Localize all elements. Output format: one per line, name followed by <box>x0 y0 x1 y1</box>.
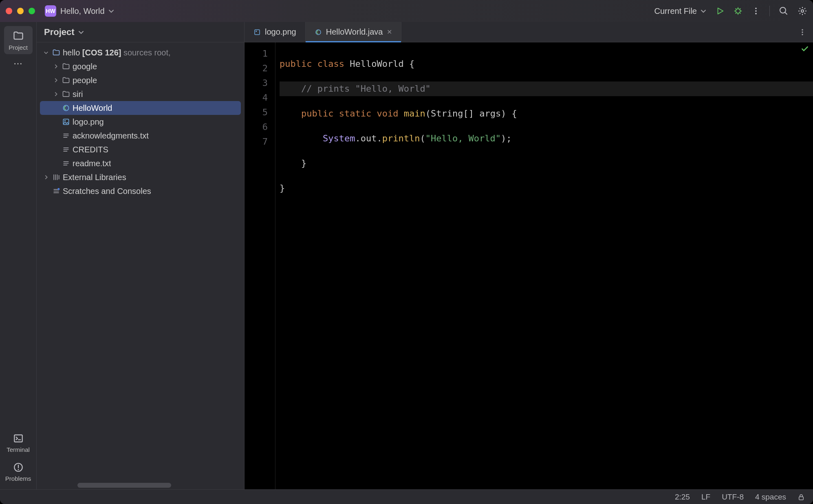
image-file-icon <box>62 118 70 126</box>
module-folder-icon <box>52 48 60 57</box>
close-tab-icon[interactable]: ✕ <box>387 28 392 36</box>
text-file-icon <box>62 145 70 154</box>
chevron-right-icon[interactable] <box>52 64 59 69</box>
text-file-icon <box>62 132 70 140</box>
svg-point-5 <box>801 10 804 12</box>
scratches-icon <box>52 187 60 195</box>
divider <box>769 6 770 16</box>
tree-file-ack[interactable]: acknowledgments.txt <box>40 129 241 143</box>
main-body: Project ⋯ Terminal Problems Project <box>0 22 813 489</box>
more-actions-icon[interactable] <box>751 7 760 15</box>
svg-rect-13 <box>255 30 260 35</box>
code-editor[interactable]: 1 2 3 4 5 6 7 public class HelloWorld { … <box>245 42 813 489</box>
tab-logo-label: logo.png <box>265 27 296 37</box>
editor-tabs: logo.png HelloWorld.java ✕ <box>245 22 813 42</box>
project-tree[interactable]: hello [COS 126] sources root, google peo… <box>37 42 244 201</box>
run-config-label: Current File <box>654 7 697 16</box>
terminal-tool-button[interactable]: Terminal <box>4 429 33 456</box>
chevron-right-icon[interactable] <box>52 91 59 97</box>
chevron-right-icon[interactable] <box>42 174 50 180</box>
java-class-icon <box>62 104 70 112</box>
tree-file-logo[interactable]: logo.png <box>40 115 241 129</box>
tree-root-label: hello [COS 126] sources root, <box>63 48 171 57</box>
svg-point-1 <box>755 8 757 9</box>
tree-file-readme[interactable]: readme.txt <box>40 156 241 170</box>
problems-tool-button[interactable]: Problems <box>4 458 33 485</box>
line-separator[interactable]: LF <box>701 493 710 502</box>
settings-gear-icon[interactable] <box>798 6 807 16</box>
debug-icon[interactable] <box>734 7 742 15</box>
folder-icon <box>62 76 70 84</box>
chevron-down-icon <box>78 29 84 35</box>
close-window-button[interactable] <box>6 8 12 14</box>
indent-setting[interactable]: 4 spaces <box>755 493 786 502</box>
svg-point-11 <box>64 120 66 121</box>
run-config-selector[interactable]: Current File <box>654 7 707 16</box>
tree-scratches[interactable]: Scratches and Consoles <box>40 184 241 198</box>
inspection-ok-icon[interactable] <box>801 45 809 55</box>
chevron-down-icon[interactable] <box>42 50 50 55</box>
code-content[interactable]: public class HelloWorld { // prints "Hel… <box>275 42 813 489</box>
svg-rect-6 <box>14 435 22 442</box>
project-tool-label: Project <box>9 44 28 51</box>
project-title[interactable]: Hello, World <box>60 7 105 16</box>
title-bar: HW Hello, World Current File <box>0 0 813 22</box>
file-encoding[interactable]: UTF-8 <box>722 493 744 502</box>
more-tool-label: ⋯ <box>13 58 23 69</box>
project-panel: Project hello [COS 126] sources root, <box>37 22 245 489</box>
svg-point-18 <box>802 34 803 35</box>
editor-area: logo.png HelloWorld.java ✕ 1 2 3 <box>245 22 813 489</box>
tab-helloworld-label: HelloWorld.java <box>326 27 383 37</box>
library-icon <box>52 173 60 181</box>
terminal-tool-label: Terminal <box>7 446 30 453</box>
tree-file-helloworld[interactable]: HelloWorld <box>40 101 241 115</box>
tab-more-icon[interactable] <box>798 28 806 36</box>
project-avatar: HW <box>45 5 56 17</box>
svg-point-2 <box>755 10 757 12</box>
more-tool-button[interactable]: ⋯ <box>4 54 33 72</box>
line-gutter: 1 2 3 4 5 6 7 <box>245 42 275 489</box>
tab-logo[interactable]: logo.png <box>245 22 306 42</box>
ide-window: HW Hello, World Current File <box>0 0 813 504</box>
svg-rect-19 <box>799 497 804 500</box>
horizontal-scrollbar[interactable] <box>77 483 171 488</box>
folder-icon <box>62 62 70 70</box>
svg-point-17 <box>802 31 803 33</box>
title-bar-right: Current File <box>654 6 807 16</box>
status-bar: 2:25 LF UTF-8 4 spaces <box>0 489 813 504</box>
tree-root[interactable]: hello [COS 126] sources root, <box>40 46 241 59</box>
chevron-right-icon[interactable] <box>52 77 59 83</box>
tree-external-libraries[interactable]: External Libraries <box>40 170 241 184</box>
svg-point-14 <box>256 31 257 32</box>
svg-point-16 <box>802 29 803 30</box>
caret-position[interactable]: 2:25 <box>675 493 690 502</box>
java-class-icon <box>315 29 322 36</box>
tree-folder-people[interactable]: people <box>40 73 241 87</box>
tab-helloworld[interactable]: HelloWorld.java ✕ <box>306 22 402 42</box>
problems-tool-label: Problems <box>5 475 31 482</box>
tree-file-credits[interactable]: CREDITS <box>40 143 241 156</box>
project-panel-header[interactable]: Project <box>37 22 244 42</box>
lock-icon[interactable] <box>798 493 805 501</box>
image-file-icon <box>253 29 261 36</box>
svg-rect-10 <box>63 119 68 124</box>
chevron-down-icon[interactable] <box>108 8 115 14</box>
tree-folder-google[interactable]: google <box>40 59 241 73</box>
zoom-window-button[interactable] <box>29 8 35 14</box>
minimize-window-button[interactable] <box>17 8 24 14</box>
svg-point-12 <box>57 188 59 190</box>
search-icon[interactable] <box>779 6 789 16</box>
svg-point-8 <box>18 469 19 470</box>
run-icon[interactable] <box>716 7 725 15</box>
traffic-lights <box>6 8 35 14</box>
project-tool-button[interactable]: Project <box>4 26 33 54</box>
text-file-icon <box>62 159 70 167</box>
svg-point-3 <box>755 13 757 15</box>
left-tool-strip: Project ⋯ Terminal Problems <box>0 22 37 489</box>
folder-icon <box>62 90 70 98</box>
tree-folder-siri[interactable]: siri <box>40 87 241 101</box>
project-panel-title: Project <box>44 27 75 37</box>
